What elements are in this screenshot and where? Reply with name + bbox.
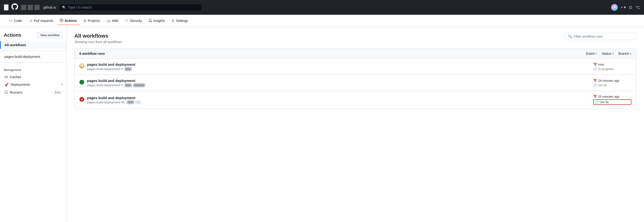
wiki-icon: 📖 [106,19,111,23]
square3 [34,5,40,10]
run-info-1: pages build and deployment pages-build-d… [87,62,590,71]
page-header: All workflows Showing runs from all work… [74,33,636,44]
square1 [21,5,26,10]
branch-filter-button[interactable]: Branch ▾ [618,52,631,55]
run-time-when-2: 📅 24 minutes ago [593,79,631,82]
sidebar-title: Actions [4,32,21,38]
run-meta-block-3a [127,101,134,104]
calendar-icon-2: 📅 [593,79,597,82]
runners-beta-badge: Beta [52,90,63,95]
run-row-2[interactable]: pages build and deployment pages-build-d… [75,75,636,91]
caches-label: Caches [10,75,21,79]
run-time-when-1: 📅 now [593,63,631,66]
run-info-3: pages build and deployment pages-build-d… [87,96,590,104]
sidebar-workflow-label: pages-build-deployment [4,55,40,59]
main-layout: Actions New workflow All workflows pages… [0,27,644,222]
pr-icon: ⎇ [28,19,32,23]
run-title-1: pages build and deployment [87,62,590,66]
status-filter-button[interactable]: Status ▾ [602,52,614,55]
sidebar-divider-1 [0,51,66,51]
run-time-when-3: 📅 25 minutes ago [593,95,631,98]
actions-nav-icon [60,18,63,23]
calendar-icon-1: 📅 [593,63,597,66]
new-workflow-button[interactable]: New workflow [38,32,63,38]
runners-label: Runners [10,90,22,94]
page-subtitle: Showing runs from all workflows [74,40,122,44]
page-title-area: All workflows Showing runs from all work… [74,33,122,44]
run-meta-2: pages-build-deployment # [87,83,590,87]
filter-placeholder: Filter workflow runs [574,34,603,38]
main-content: All workflows Showing runs from all work… [67,27,644,222]
status-dropdown-arrow: ▾ [612,52,614,55]
sidebar-all-workflows[interactable]: All workflows [0,41,66,49]
status-icon-success [80,80,84,86]
deployments-external-icon: ↗ [60,83,63,86]
hamburger-button[interactable]: ☰ [4,4,8,10]
run-info-2: pages build and deployment pages-build-d… [87,79,590,87]
sidebar-workflow-pages-build[interactable]: pages-build-deployment [0,53,66,60]
run-duration-3: 🕐 1m 3s [593,99,631,105]
run-meta-block-3b [136,101,140,104]
branch-dropdown-arrow: ▾ [630,52,631,55]
nav-code[interactable]: <> Code [6,17,25,25]
run-title-3: pages build and deployment [87,96,590,100]
run-meta-block-1 [125,68,132,70]
search-placeholder: Type / to search [68,5,92,9]
domain-text: .github.io [42,5,56,9]
run-time-2: 📅 24 minutes ago 🕐 1m 2s [593,79,631,87]
run-meta-3: pages-build-deployment #5: [87,101,590,104]
square2 [28,5,33,10]
status-icon-in-progress [80,64,84,70]
clock-icon-3: 🕐 [595,100,599,104]
nav-settings[interactable]: ⚙ Settings [169,17,191,25]
event-dropdown-arrow: ▾ [596,52,597,55]
page-title: All workflows [74,33,122,39]
sidebar-runners[interactable]: Runners Beta [0,88,66,96]
pull-requests-icon[interactable]: ⌥ [635,5,640,10]
github-logo [12,3,18,11]
calendar-icon-3: 📅 [593,95,597,98]
filter-search-icon: 🔍 [568,34,572,38]
security-icon: 🛡 [125,19,128,23]
issues-icon[interactable]: ⊙ [629,5,632,10]
run-time-1: 📅 now 🕐 In progress [593,63,631,71]
event-filter-button[interactable]: Event ▾ [586,52,597,55]
create-new-button[interactable]: + ▾ [621,5,626,9]
clock-icon-1: 🕐 [593,67,597,71]
nav-wiki[interactable]: 📖 Wiki [104,17,121,25]
sidebar: Actions New workflow All workflows pages… [0,27,67,222]
org-squares [21,5,40,10]
sidebar-all-workflows-label: All workflows [4,43,26,47]
nav-projects[interactable]: ⊞ Projects [80,17,103,25]
deployments-icon: 🚀 [4,83,8,86]
runs-count: 6 workflow runs [80,52,105,55]
run-meta-1: pages-build-deployment # [87,67,590,71]
nav-actions[interactable]: Actions [57,17,80,25]
sidebar-header: Actions New workflow [0,31,66,41]
runs-table-header: 6 workflow runs Event ▾ Status ▾ Branch … [75,49,636,59]
nav-insights[interactable]: Insights [146,17,168,25]
run-title-2: pages build and deployment [87,79,590,83]
caches-icon: 🗃 [4,75,8,79]
insights-icon [148,18,152,23]
top-nav: ☰ .github.io 🔍 Type / to search ✦ + ▾ ⊙ … [0,0,644,15]
run-time-3: 📅 25 minutes ago 🕐 1m 3s [593,95,631,105]
nav-pull-requests[interactable]: ⎇ Pull requests [26,17,56,25]
run-row-3[interactable]: pages build and deployment pages-build-d… [75,91,636,109]
status-icon-failure [80,97,84,103]
sidebar-deployments[interactable]: 🚀 Deployments ↗ [0,81,66,88]
svg-rect-0 [5,90,8,93]
search-bar[interactable]: 🔍 Type / to search [59,4,202,11]
code-icon: <> [8,19,12,23]
sidebar-caches[interactable]: 🗃 Caches [0,73,66,81]
copilot-icon[interactable]: ✦ [611,4,618,11]
top-nav-right: ✦ + ▾ ⊙ ⌥ [611,4,640,11]
run-duration-2: 🕐 1m 2s [593,83,631,87]
header-filters: Event ▾ Status ▾ Branch ▾ [586,52,631,55]
filter-search-box[interactable]: 🔍 Filter workflow runs [565,33,636,40]
run-duration-1: 🕐 In progress [593,67,631,71]
run-row-1[interactable]: pages build and deployment pages-build-d… [75,59,636,75]
clock-icon-2: 🕐 [593,83,597,87]
sidebar-divider-2 [0,62,66,63]
nav-security[interactable]: 🛡 Security [122,17,145,25]
